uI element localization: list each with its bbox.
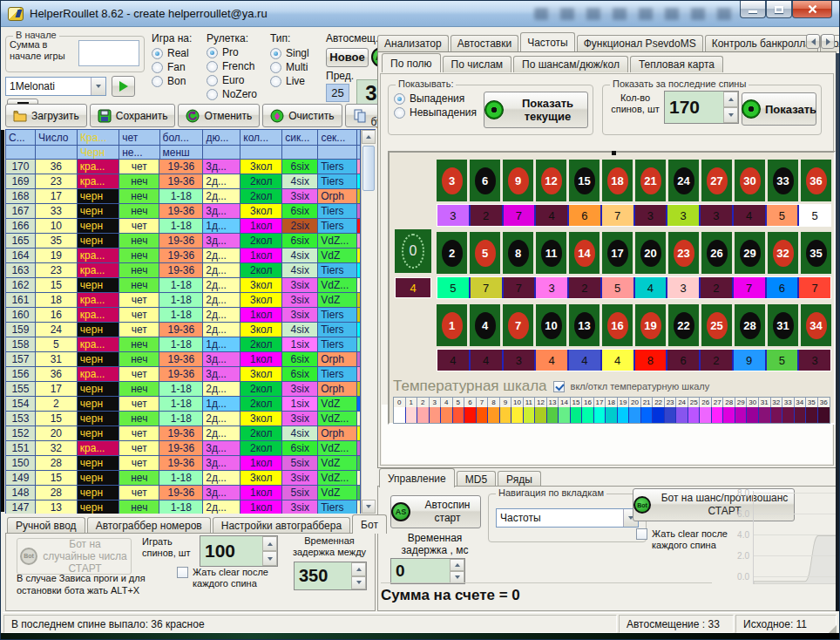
- new-button[interactable]: Новое: [326, 48, 369, 67]
- control-tab[interactable]: Управление: [379, 468, 455, 487]
- type-option[interactable]: Singl: [270, 47, 319, 59]
- stepper-up-button[interactable]: [351, 562, 366, 576]
- scroll-up-button[interactable]: [362, 130, 376, 144]
- table-row[interactable]: 16323кра...неч19-362д...2кол4sixTiers8st…: [6, 263, 361, 278]
- table-row[interactable]: 16419кра...неч19-362д...1кол4sixVdZ7str: [6, 249, 361, 263]
- roulette-option[interactable]: French: [207, 60, 264, 72]
- table-row[interactable]: 15517черннеч1-182д...2кол3sixOrph6str: [6, 382, 361, 397]
- minimize-button[interactable]: [740, 1, 766, 18]
- table-row[interactable]: 14828чернчет19-363д...1кол5sixVdZ10str: [6, 486, 361, 500]
- board-number-cell[interactable]: 8: [503, 232, 533, 274]
- clear-button[interactable]: Очистить: [262, 104, 342, 127]
- board-number-cell[interactable]: 1: [437, 304, 467, 346]
- board-number-cell[interactable]: 19: [635, 304, 666, 346]
- preset-combo[interactable]: 1Melonati: [5, 77, 106, 96]
- input-tab[interactable]: Настройки автограббера: [213, 517, 350, 534]
- analyzer-tab[interactable]: Контроль банкролла: [705, 35, 818, 51]
- type-option[interactable]: Multi: [270, 61, 319, 73]
- board-number-cell[interactable]: 34: [801, 304, 831, 346]
- table-row[interactable]: 15028чернчет19-363д...1кол5sixVdZ10str: [6, 456, 361, 471]
- board-number-cell[interactable]: 23: [668, 232, 699, 274]
- table-row[interactable]: 15636кра...чет19-363д...3кол6sixTiers12s…: [6, 367, 361, 382]
- table-row[interactable]: 16118кра...чет1-182д...3кол3sixVdZ6str: [6, 293, 361, 308]
- scroll-down-button[interactable]: [362, 500, 376, 514]
- board-number-cell[interactable]: 4: [470, 304, 500, 346]
- spins-table-grid[interactable]: С...ЧислоКра...четбол...дю...кол...сик..…: [6, 130, 361, 514]
- save-button[interactable]: Сохранить: [90, 104, 176, 127]
- play-button[interactable]: [112, 76, 135, 97]
- tab-scroll-right-button[interactable]: [821, 34, 835, 49]
- table-row[interactable]: 16215черннеч1-182д...3кол3sixVdZ...5str: [6, 278, 361, 293]
- table-row[interactable]: 16610чернчет1-181д...1кол2sixTiers4str: [6, 219, 361, 234]
- board-number-cell[interactable]: 9: [503, 160, 533, 201]
- frequency-sub-tab[interactable]: По шансам/дюж/кол: [513, 56, 628, 72]
- vertical-scrollbar[interactable]: [361, 130, 376, 514]
- random-bot-start-button[interactable]: Bot Бот на случайные числа СТАРТ: [17, 538, 132, 575]
- close-button[interactable]: [792, 1, 832, 18]
- table-row[interactable]: 16817черннеч1-182д...2кол3sixOrph6str: [6, 189, 361, 204]
- show-mode-option[interactable]: Выпадения: [394, 92, 477, 105]
- maximize-button[interactable]: [766, 1, 792, 18]
- table-row[interactable]: 17036кра...чет19-363д...3кол6sixTiers12s…: [6, 160, 361, 174]
- board-number-cell[interactable]: 30: [735, 160, 765, 201]
- load-button[interactable]: Загрузить: [5, 104, 87, 127]
- board-number-cell[interactable]: 5: [470, 232, 500, 274]
- board-number-cell[interactable]: 26: [701, 232, 732, 274]
- table-row[interactable]: 1585кра...неч1-181д...2кол1sixTiers2str: [6, 337, 361, 352]
- table-row[interactable]: 15132кра...чет19-363д...2кол6sixVdZ...11…: [6, 441, 361, 456]
- game-on-option[interactable]: Real: [152, 47, 200, 59]
- scroll-track[interactable]: [362, 144, 376, 500]
- board-number-cell[interactable]: 10: [536, 304, 566, 346]
- board-number-cell[interactable]: 28: [735, 304, 765, 346]
- table-row[interactable]: 16016кра...чет1-182д...1кол3sixTiers6str: [6, 308, 361, 323]
- game-on-option[interactable]: Fan: [152, 61, 200, 73]
- board-number-cell[interactable]: 33: [768, 160, 798, 201]
- board-number-cell[interactable]: 18: [602, 160, 633, 201]
- input-tab[interactable]: Ручной ввод: [7, 517, 85, 534]
- board-number-cell[interactable]: 12: [536, 160, 566, 201]
- board-number-cell[interactable]: 21: [635, 160, 666, 201]
- tab-navigation-combo[interactable]: Частоты: [496, 508, 639, 528]
- table-row[interactable]: 1542чернчет1-181д...2кол1sixVdZ1str: [6, 397, 361, 412]
- temperature-checkbox[interactable]: [553, 381, 565, 392]
- stepper-down-button[interactable]: [262, 551, 277, 566]
- table-row[interactable]: 16535черннеч19-363д...2кол6sixVdZ...12st…: [6, 234, 361, 249]
- board-number-cell[interactable]: 22: [668, 304, 699, 346]
- board-number-cell[interactable]: 36: [801, 160, 831, 201]
- board-number-cell[interactable]: 14: [569, 232, 600, 274]
- frequency-sub-tab[interactable]: По полю: [382, 53, 441, 72]
- autospin-start-button[interactable]: AS Автоспин старт: [390, 495, 481, 528]
- stepper-down-button[interactable]: [351, 576, 366, 590]
- table-row[interactable]: 16923кра...неч19-362д...2кол4sixTiers8st…: [6, 174, 361, 189]
- board-number-cell[interactable]: 15: [569, 160, 600, 201]
- table-row[interactable]: 15731черннеч19-363д...1кол6sixOrph11str: [6, 352, 361, 367]
- roulette-option[interactable]: Pro: [207, 46, 264, 58]
- table-row[interactable]: 15315черннеч1-182д...3кол3sixVdZ...5str: [6, 412, 361, 426]
- board-number-cell[interactable]: 7: [503, 304, 533, 346]
- table-row[interactable]: 15924чернчет19-362д...3кол4sixTiers8str: [6, 323, 361, 337]
- undo-button[interactable]: Отменить: [178, 104, 260, 127]
- frequency-sub-tab[interactable]: Тепловая карта: [630, 56, 723, 72]
- board-number-cell[interactable]: 32: [768, 232, 798, 274]
- clear-after-spin-checkbox-2[interactable]: Жать clear после каждого спина: [636, 528, 741, 551]
- board-number-cell[interactable]: 31: [768, 304, 798, 346]
- board-number-cell[interactable]: 2: [437, 232, 467, 274]
- stepper-up-button[interactable]: [450, 559, 464, 571]
- roulette-option[interactable]: NoZero: [207, 88, 264, 100]
- analyzer-tab[interactable]: Функционал PsevdoMS: [577, 35, 703, 51]
- analyzer-tab[interactable]: Автоставки: [450, 35, 519, 51]
- board-number-cell[interactable]: 13: [569, 304, 600, 346]
- stepper-down-button[interactable]: [723, 107, 738, 123]
- spin-delay-stepper[interactable]: 350: [294, 562, 367, 590]
- board-zero-cell[interactable]: 0: [395, 229, 431, 273]
- delay-stepper[interactable]: 0: [390, 558, 465, 584]
- play-spins-stepper[interactable]: 100: [200, 535, 278, 567]
- analyzer-tab[interactable]: Анализатор: [377, 35, 449, 51]
- board-number-cell[interactable]: 11: [536, 232, 566, 274]
- roulette-option[interactable]: Euro: [207, 74, 264, 86]
- clear-after-spin-checkbox[interactable]: Жать clear после каждого спина: [177, 567, 280, 589]
- board-number-cell[interactable]: 6: [470, 160, 500, 201]
- board-number-cell[interactable]: 29: [735, 232, 765, 274]
- frequency-sub-tab[interactable]: По числам: [443, 56, 512, 72]
- table-row[interactable]: 14915черннеч1-182д...3кол3sixVdZ...5str: [6, 471, 361, 486]
